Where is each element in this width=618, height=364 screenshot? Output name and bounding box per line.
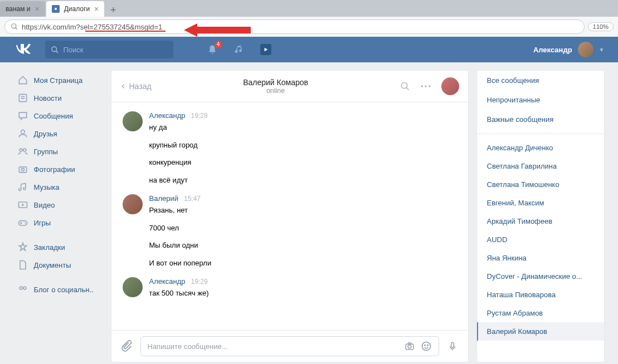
svg-point-31 <box>424 345 425 346</box>
contact-item[interactable]: Светлана Гаврилина <box>477 157 604 175</box>
dialog-title[interactable]: Валерий Комаров online <box>152 78 400 95</box>
nav-item-photos[interactable]: Фотографии <box>14 160 103 178</box>
filter-item[interactable]: Непрочитанные <box>477 90 604 110</box>
close-icon[interactable]: × <box>94 4 99 13</box>
notifications-icon[interactable]: 4 <box>207 44 218 55</box>
contact-item[interactable]: Светлана Тимошенко <box>477 175 604 194</box>
svg-marker-4 <box>184 23 251 37</box>
header-search[interactable] <box>45 41 173 58</box>
nav-label: Друзья <box>34 130 57 138</box>
news-icon <box>17 92 28 104</box>
svg-line-24 <box>406 87 409 90</box>
url-input[interactable] <box>22 23 578 31</box>
svg-point-23 <box>401 82 407 88</box>
message-text: крупный город <box>149 140 457 151</box>
blog-icon <box>17 284 28 295</box>
search-input[interactable] <box>64 46 168 54</box>
back-label: Назад <box>129 82 152 91</box>
browser-tab-0[interactable]: ванам и × <box>0 1 45 17</box>
svg-point-25 <box>421 85 422 87</box>
nav-label: Сообщения <box>34 112 74 120</box>
emoji-icon[interactable] <box>421 341 432 352</box>
search-icon <box>11 23 18 31</box>
nav-label: Новости <box>34 94 62 102</box>
home-icon <box>17 75 28 86</box>
svg-point-12 <box>23 149 26 151</box>
friends-icon <box>17 128 28 139</box>
contact-item[interactable]: Валерий Комаров <box>477 322 604 341</box>
search-icon[interactable] <box>400 81 410 91</box>
filter-item[interactable]: Все сообщения <box>477 71 604 90</box>
message-author[interactable]: Александр <box>149 277 186 286</box>
contact-item[interactable]: Аркадий Тимофеев <box>477 212 604 230</box>
video-play-icon[interactable] <box>260 44 271 55</box>
nav-label: Документы <box>34 261 71 269</box>
docs-icon <box>17 259 28 270</box>
dialog-header: Назад Валерий Комаров online <box>111 71 468 102</box>
contact-item[interactable]: DyCover - Динамические о... <box>477 267 604 286</box>
svg-point-19 <box>24 222 25 223</box>
message-avatar[interactable] <box>123 277 143 297</box>
message-avatar[interactable] <box>123 111 143 131</box>
more-icon[interactable] <box>420 85 431 88</box>
nav-item-home[interactable]: Моя Страница <box>14 71 103 89</box>
nav-item-blog[interactable]: Блог о социальн.. <box>14 281 103 298</box>
browser-tab-1[interactable]: Диалоги × <box>46 1 105 17</box>
contact-item[interactable]: Яна Янкина <box>477 249 604 267</box>
svg-point-21 <box>20 287 22 289</box>
photos-icon <box>17 164 28 175</box>
message-text: Мы были одни <box>149 240 457 251</box>
filter-item[interactable]: Важные сообщения <box>477 110 604 129</box>
message-text: ну да <box>149 122 457 133</box>
contact-item[interactable]: Наташа Пивоварова <box>477 286 604 304</box>
nav-item-bookmarks[interactable]: Закладки <box>14 238 103 256</box>
back-button[interactable]: Назад <box>120 82 152 91</box>
svg-point-14 <box>21 168 24 171</box>
svg-point-10 <box>21 130 25 134</box>
nav-item-music[interactable]: Музыка <box>14 178 103 196</box>
url-highlight <box>85 31 166 32</box>
games-icon <box>17 217 28 228</box>
attach-icon[interactable] <box>120 340 134 353</box>
svg-point-32 <box>427 345 428 346</box>
contact-item[interactable]: AUDD <box>477 230 604 249</box>
vk-logo[interactable] <box>14 40 34 60</box>
contact-item[interactable]: Рустам Абрамов <box>477 304 604 322</box>
nav-item-friends[interactable]: Друзья <box>14 125 103 142</box>
header-user-menu[interactable]: Александр ▼ <box>533 42 605 57</box>
svg-point-5 <box>51 46 56 51</box>
vk-header: 4 Александр ▼ <box>0 37 618 62</box>
svg-point-11 <box>20 149 22 151</box>
groups-icon <box>17 146 28 157</box>
new-tab-button[interactable]: + <box>105 3 121 17</box>
message-time: 19:29 <box>191 278 208 286</box>
music-icon[interactable] <box>233 44 245 55</box>
close-icon[interactable]: × <box>35 4 40 13</box>
svg-point-26 <box>425 85 426 87</box>
message-time: 19:28 <box>191 112 208 120</box>
nav-item-groups[interactable]: Группы <box>14 142 103 160</box>
zoom-indicator[interactable]: 110% <box>588 22 614 31</box>
message-author[interactable]: Валерий <box>149 194 178 203</box>
message-author[interactable]: Александр <box>149 111 186 120</box>
message-group: Александр19:28 ну дакрупный городконкуре… <box>123 111 457 185</box>
svg-line-3 <box>16 28 17 29</box>
search-icon <box>51 46 59 54</box>
contact-avatar[interactable] <box>441 77 459 95</box>
contact-item[interactable]: Евгений, Максим <box>477 194 604 212</box>
svg-point-22 <box>23 287 26 289</box>
message-text: 7000 чел <box>149 223 457 234</box>
nav-item-games[interactable]: Игры <box>14 214 103 232</box>
message-avatar[interactable] <box>123 194 143 214</box>
nav-item-news[interactable]: Новости <box>14 89 103 107</box>
mic-icon[interactable] <box>446 340 459 353</box>
bookmarks-icon <box>17 242 28 253</box>
svg-line-6 <box>56 51 58 53</box>
message-input[interactable] <box>148 342 398 351</box>
nav-item-docs[interactable]: Документы <box>14 256 103 274</box>
camera-icon[interactable] <box>404 341 415 351</box>
contact-item[interactable]: Александр Диченко <box>477 139 604 157</box>
svg-point-1 <box>55 8 57 10</box>
nav-item-messages[interactable]: Сообщения <box>14 107 103 125</box>
nav-item-video[interactable]: Видео <box>14 196 103 214</box>
